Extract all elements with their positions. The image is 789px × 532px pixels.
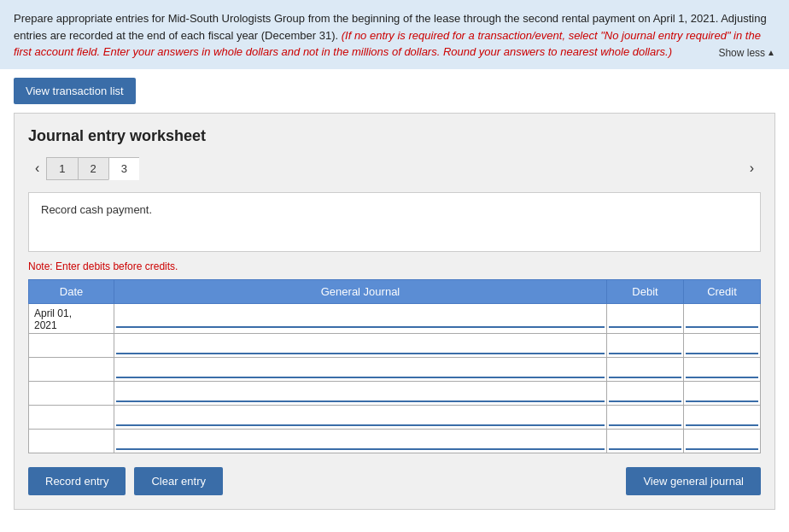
note-text: Note: Enter debits before credits. [28,260,761,272]
record-entry-button[interactable]: Record entry [28,467,126,495]
journal-table: Date General Journal Debit Credit April … [28,279,761,453]
debit-input-4[interactable] [609,383,681,402]
journal-input-2[interactable] [116,336,605,354]
view-transaction-list-button[interactable]: View transaction list [14,78,136,104]
tab-2[interactable]: 2 [78,157,108,180]
table-row [29,405,761,429]
table-row [29,429,761,453]
header-date: Date [29,279,114,303]
show-less-label: Show less [718,45,765,61]
view-general-journal-button[interactable]: View general journal [626,467,761,495]
journal-input-6[interactable] [116,431,605,450]
debit-input-6[interactable] [609,431,681,450]
journal-cell-3[interactable] [114,357,607,381]
journal-input-5[interactable] [116,407,605,426]
journal-input-4[interactable] [116,383,605,402]
credit-cell-4[interactable] [684,381,761,405]
credit-input-5[interactable] [686,407,758,426]
tab-navigation: ‹ 1 2 3 › [28,157,761,180]
credit-input-3[interactable] [686,360,758,378]
debit-input-3[interactable] [609,360,681,378]
date-cell-6 [29,429,114,453]
description-box: Record cash payment. [28,192,761,252]
header-general-journal: General Journal [114,279,607,303]
journal-cell-1[interactable] [114,303,607,333]
debit-cell-2[interactable] [607,333,684,357]
debit-cell-4[interactable] [607,381,684,405]
instruction-text: Prepare appropriate entries for Mid-Sout… [14,10,775,61]
credit-input-1[interactable] [686,309,758,328]
journal-cell-6[interactable] [114,429,607,453]
journal-cell-4[interactable] [114,381,607,405]
journal-input-1[interactable] [116,309,605,328]
button-row: Record entry Clear entry View general jo… [28,467,761,495]
debit-cell-6[interactable] [607,429,684,453]
tab-prev-button[interactable]: ‹ [28,157,46,179]
worksheet-container: Journal entry worksheet ‹ 1 2 3 › Record… [14,113,775,510]
debit-input-2[interactable] [609,336,681,354]
table-row: April 01,2021 [29,303,761,333]
clear-entry-button[interactable]: Clear entry [134,467,223,495]
date-cell-1: April 01,2021 [29,303,114,333]
journal-input-3[interactable] [116,360,605,378]
tab-3[interactable]: 3 [108,157,139,180]
date-cell-2 [29,333,114,357]
debit-input-5[interactable] [609,407,681,426]
debit-input-1[interactable] [609,309,681,328]
credit-cell-3[interactable] [684,357,761,381]
credit-cell-6[interactable] [684,429,761,453]
description-text: Record cash payment. [41,203,152,216]
table-row [29,381,761,405]
worksheet-title: Journal entry worksheet [28,127,761,145]
credit-input-2[interactable] [686,336,758,354]
header-credit: Credit [684,279,761,303]
table-row [29,357,761,381]
date-cell-5 [29,405,114,429]
debit-cell-3[interactable] [607,357,684,381]
debit-cell-5[interactable] [607,405,684,429]
show-less-arrow-icon: ▲ [767,46,775,59]
journal-cell-2[interactable] [114,333,607,357]
credit-cell-1[interactable] [684,303,761,333]
credit-input-6[interactable] [686,431,758,450]
header-debit: Debit [607,279,684,303]
instruction-area: Prepare appropriate entries for Mid-Sout… [0,0,789,69]
show-less-button[interactable]: Show less▲ [718,45,775,61]
credit-cell-5[interactable] [684,405,761,429]
debit-cell-1[interactable] [607,303,684,333]
table-row [29,333,761,357]
tab-next-button[interactable]: › [743,157,761,179]
date-cell-4 [29,381,114,405]
credit-input-4[interactable] [686,383,758,402]
tab-1[interactable]: 1 [46,157,77,180]
date-cell-3 [29,357,114,381]
credit-cell-2[interactable] [684,333,761,357]
journal-cell-5[interactable] [114,405,607,429]
